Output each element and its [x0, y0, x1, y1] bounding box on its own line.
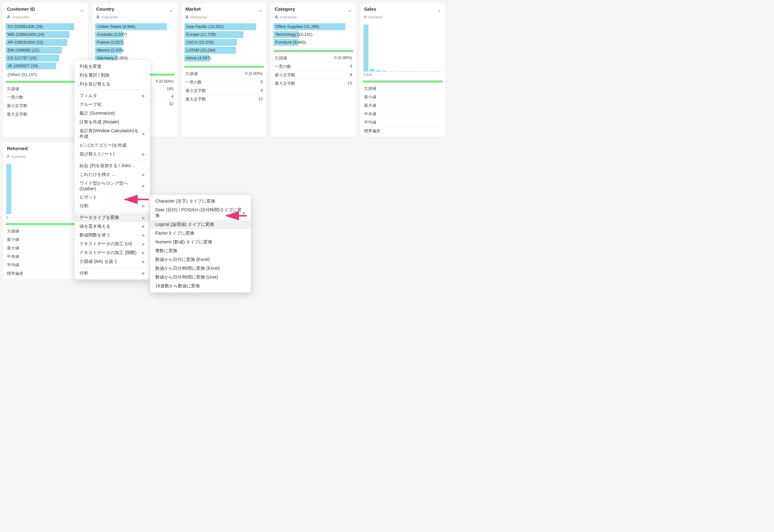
frequency-bar[interactable]: Mexico (2,635) — [95, 47, 175, 54]
chevron-down-icon[interactable]: ⌄ — [169, 6, 173, 13]
submenu-item[interactable]: 数値から日付/時間に変換 (Excel) — [150, 264, 251, 273]
menu-item[interactable]: 分析▶ — [74, 269, 150, 278]
frequency-bar[interactable]: Technology (10,141) — [274, 31, 353, 38]
frequency-bar[interactable]: France (2,827) — [95, 39, 175, 46]
submenu-item-label: Logical (論理値) タイプに変換 — [155, 222, 214, 227]
histogram-bar — [370, 69, 375, 72]
menu-item-label: テキストデータの加工 (関数) — [79, 250, 136, 256]
submenu-arrow-icon: ▶ — [142, 184, 145, 188]
stat-row: 平均値0. — [7, 261, 84, 269]
frequency-bar[interactable]: Office Supplies (31,289) — [274, 23, 353, 30]
submenu-arrow-icon: ▶ — [142, 204, 145, 208]
stat-label: 一意の数 — [185, 79, 202, 85]
menu-item[interactable]: 計算を作成 (Mutate) — [74, 118, 150, 127]
context-menu[interactable]: 列名を変更列を選択 / 削除列を並び替えるフィルタ▶グループ化集計 (Summa… — [74, 60, 150, 280]
frequency-bar[interactable]: United States (9,994) — [95, 23, 175, 30]
menu-item[interactable]: 列名を変更 — [74, 62, 150, 71]
submenu-arrow-icon: ▶ — [142, 242, 145, 246]
stat-row: 一意の数5 — [185, 78, 263, 86]
menu-item[interactable]: 分割▶ — [74, 202, 150, 210]
column-title: Sales — [364, 6, 376, 12]
frequency-bar[interactable]: Europe (11,729) — [184, 31, 264, 38]
menu-item-label: 表計算(Window Calculation)を作成 — [79, 128, 142, 139]
submenu-arrow-icon: ▶ — [142, 251, 145, 255]
histogram-bar — [363, 24, 368, 72]
menu-item[interactable]: 数値関数を使う▶ — [74, 231, 150, 240]
bar-label: Mexico (2,635) — [97, 47, 124, 54]
submenu-item[interactable]: 数値から日付に変換 (Excel) — [150, 255, 251, 264]
menu-item[interactable]: これだけを残す ...▶ — [74, 170, 150, 179]
menu-item[interactable]: 欠損値 (NA) を扱う▶ — [74, 257, 150, 266]
frequency-bar[interactable]: JK-1609027 (19) — [6, 62, 85, 69]
chevron-down-icon[interactable]: ⌄ — [347, 6, 352, 13]
submenu-item[interactable]: Factorタイプに変換 — [150, 229, 251, 238]
menu-item[interactable]: 列を並び替える — [74, 80, 150, 89]
frequency-bar[interactable]: CS-121757 (20) — [6, 55, 85, 62]
chevron-down-icon[interactable]: ⌄ — [258, 6, 263, 13]
stat-row: 欠損値0 (0.00%) — [275, 54, 352, 62]
menu-item-label: フィルタ — [79, 93, 97, 99]
frequency-bar[interactable]: EM-1396082 (21) — [6, 47, 85, 54]
stat-row: 欠損値0 (0. — [7, 227, 84, 235]
menu-item-label: 欠損値 (NA) を扱う — [79, 259, 117, 264]
bar-label: France (2,827) — [97, 39, 123, 46]
menu-item[interactable]: 列を選択 / 削除 — [74, 71, 150, 80]
menu-item[interactable]: 値を置き換える▶ — [74, 222, 150, 231]
frequency-bar[interactable]: Asia Pacific (14,302) — [184, 23, 264, 30]
stat-row: 標準偏差 — [364, 127, 441, 135]
menu-item[interactable]: 集計 (Summarize) — [74, 109, 150, 118]
chevron-down-icon[interactable]: ⌄ — [437, 6, 441, 13]
stat-row: 最小文字数4 — [185, 86, 263, 95]
submenu-item[interactable]: 数値から日付/時間に変換 (Unix) — [150, 273, 251, 282]
submenu-item-label: 数値から日付/時間に変換 (Excel) — [155, 266, 220, 271]
submenu-arrow-icon: ▶ — [142, 233, 145, 237]
submenu-item[interactable]: Logical (論理値) タイプに変換 — [150, 220, 251, 229]
menu-item[interactable]: 表計算(Window Calculation)を作成▶ — [74, 127, 150, 141]
frequency-bar[interactable]: WB-218501404 (24) — [6, 31, 85, 38]
bar-label: AP-109151404 (23) — [8, 39, 43, 46]
frequency-bar[interactable]: LATAM (10,294) — [184, 47, 264, 54]
histogram-bar — [412, 71, 417, 72]
character-type-icon: A — [96, 14, 99, 19]
submenu-arrow-icon: ▶ — [142, 215, 145, 220]
completeness-bar — [184, 66, 264, 68]
histogram-bar — [376, 70, 381, 72]
submenu-item[interactable]: 16進数から数値に変換 — [150, 282, 251, 283]
datatype-submenu[interactable]: Character (文字) タイプに変換Date (日付) / POSIXct… — [150, 195, 251, 283]
stat-label: 中央値 — [7, 254, 19, 259]
stat-row: 最大文字数12 — [185, 95, 263, 103]
menu-item[interactable]: 結合 (列を追加する / Join) ... — [74, 161, 150, 170]
frequency-bar[interactable]: AP-109151404 (23) — [6, 39, 85, 46]
submenu-item[interactable]: Character (文字) タイプに変換 — [150, 197, 251, 206]
submenu-item[interactable]: Date (日付) / POSIXct (日付時間)タイプに変換▶ — [150, 206, 251, 220]
menu-item[interactable]: ピボット — [74, 193, 150, 202]
menu-item[interactable]: ワイド型からロング型へ (Gather)▶ — [74, 179, 150, 193]
histogram-bar — [425, 71, 430, 72]
frequency-bar[interactable]: Australia (2,837) — [95, 31, 175, 38]
frequency-bar[interactable]: USCA (10,378) — [184, 39, 264, 46]
histogram-bar — [419, 71, 424, 72]
menu-item[interactable]: グループ化 — [74, 100, 150, 109]
menu-item[interactable]: テキストデータの加工 (関数)▶ — [74, 248, 150, 257]
stat-row: 最小文字数9 — [275, 71, 352, 79]
bar-label: Australia (2,837) — [97, 31, 127, 38]
frequency-bar[interactable]: Africa (4,587) — [184, 55, 264, 62]
submenu-item[interactable]: Numeric (数値) タイプに変換 — [150, 238, 251, 247]
submenu-item[interactable]: 整数に変換 — [150, 247, 251, 255]
menu-item[interactable]: テキストデータの加工 (UI)▶ — [74, 240, 150, 248]
frequency-bar[interactable]: SV-203651406 (26) — [6, 23, 85, 30]
menu-item[interactable]: フィルタ▶ — [74, 91, 150, 100]
menu-item-label: 列を並び替える — [79, 81, 110, 87]
bar-label: Office Supplies (31,289) — [275, 23, 319, 30]
menu-item[interactable]: データタイプを変換▶ — [74, 213, 150, 222]
stat-value: 4 — [261, 88, 263, 94]
histogram-bar — [406, 71, 412, 72]
menu-item[interactable]: 並び替え (ソート)▶ — [74, 150, 150, 159]
chevron-down-icon[interactable]: ⌄ — [79, 6, 84, 13]
type-label: character — [190, 15, 208, 19]
stat-label: 欠損値 — [185, 71, 198, 77]
frequency-bar[interactable]: Furniture (9,860) — [274, 39, 353, 46]
stat-label: 最小値 — [364, 94, 376, 100]
stat-label: 最大値 — [7, 245, 19, 251]
menu-item[interactable]: ビン(カテゴリー)を作成 — [74, 141, 150, 150]
